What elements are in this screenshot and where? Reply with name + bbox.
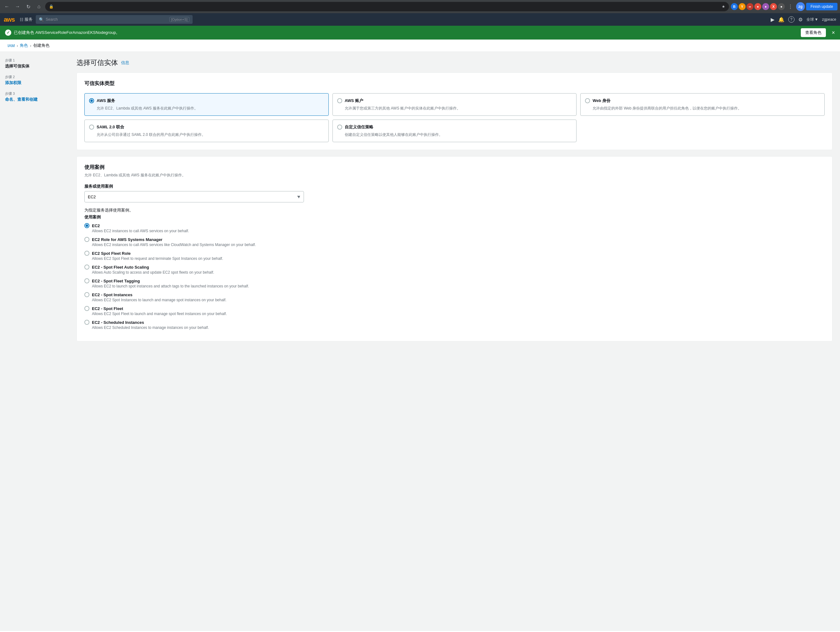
use-case-spot-instances-label: EC2 - Spot Instances: [92, 292, 133, 297]
entity-option-saml[interactable]: SAML 2.0 联合 允许从公司目录通过 SAML 2.0 联合的用户在此账户…: [84, 120, 329, 142]
step-3-label: 步骤 3: [5, 91, 64, 96]
radio-scheduled[interactable]: [84, 320, 89, 325]
use-case-spot-fleet-label: EC2 Spot Fleet Role: [92, 251, 131, 256]
radio-aws-account[interactable]: [337, 98, 342, 103]
step-3-name[interactable]: 命名、查看和创建: [5, 97, 38, 102]
avatar-icon[interactable]: zg: [796, 2, 805, 11]
entity-option-saml-desc: 允许从公司目录通过 SAML 2.0 联合的用户在此账户中执行操作。: [89, 132, 324, 137]
use-case-ec2-desc: Allows EC2 instances to call AWS service…: [84, 229, 825, 233]
radio-spot-fleet2[interactable]: [84, 306, 89, 311]
breadcrumb: IAM › 角色 › 创建角色: [0, 40, 840, 52]
main-container: 步骤 1 选择可信实体 步骤 2 添加权限 步骤 3 命名、查看和创建 选择可信…: [0, 52, 840, 630]
settings-icon[interactable]: ⚙: [798, 17, 803, 22]
check-icon: ✓: [5, 30, 11, 36]
use-case-item-spot-fleet-tag-header: EC2 - Spot Fleet Tagging: [84, 278, 825, 283]
radio-spot-instances[interactable]: [84, 292, 89, 297]
ext-icon-5[interactable]: ●: [762, 3, 769, 10]
ext-icon-7[interactable]: ●: [778, 3, 785, 10]
forward-button[interactable]: →: [13, 2, 22, 11]
browser-chrome: ← → ↻ ⌂ 🔒 us-east-1.console.aws.amazon.c…: [0, 0, 840, 13]
radio-web-identity[interactable]: [585, 98, 590, 103]
search-input[interactable]: [46, 17, 167, 22]
breadcrumb-iam[interactable]: IAM: [8, 43, 15, 48]
use-case-item-scheduled[interactable]: EC2 - Scheduled Instances Allows EC2 Sch…: [84, 320, 825, 330]
entity-option-aws-service[interactable]: AWS 服务 允许 EC2、Lambda 或其他 AWS 服务在此账户中执行操作…: [84, 93, 329, 116]
entity-row-1: AWS 服务 允许 EC2、Lambda 或其他 AWS 服务在此账户中执行操作…: [84, 93, 825, 116]
help-icon[interactable]: ?: [788, 16, 794, 22]
menu-button[interactable]: ⋮: [786, 2, 795, 11]
breadcrumb-roles[interactable]: 角色: [20, 43, 28, 48]
back-button[interactable]: ←: [3, 2, 11, 11]
use-case-item-spot-fleet-tag[interactable]: EC2 - Spot Fleet Tagging Allows EC2 to l…: [84, 278, 825, 288]
region-select[interactable]: 全球 ▼: [807, 17, 818, 22]
use-case-item-scheduled-header: EC2 - Scheduled Instances: [84, 320, 825, 325]
radio-spot-fleet[interactable]: [84, 251, 89, 256]
radio-saml[interactable]: [89, 125, 94, 130]
extension-icons: B Y ∞ ● ● X ●: [731, 3, 785, 10]
step-1-name: 选择可信实体: [5, 63, 64, 69]
services-button[interactable]: ☷ 服务: [20, 17, 33, 22]
lock-icon: 🔒: [49, 5, 54, 9]
use-case-item-spot-fleet-as-header: EC2 - Spot Fleet Auto Scaling: [84, 265, 825, 270]
username[interactable]: zgpeace: [822, 17, 836, 22]
entity-option-web-identity-desc: 允许由指定的外部 Web 身份提供商联合的用户担任此角色，以便在您的账户中执行操…: [585, 106, 820, 111]
apps-icon: ☷: [20, 17, 24, 22]
use-case-scheduled-label: EC2 - Scheduled Instances: [92, 320, 144, 325]
trusted-entity-card: 可信实体类型 AWS 服务 允许 EC2、Lambda 或其他 AWS 服务在此…: [77, 73, 832, 150]
step-2-name[interactable]: 添加权限: [5, 81, 21, 85]
entity-option-aws-account[interactable]: AWS 账户 允许属于您或第三方的其他 AWS 账户中的实体在此账户中执行操作。: [333, 93, 577, 116]
page-title-row: 选择可信实体 信息: [77, 58, 832, 68]
service-dropdown[interactable]: EC2: [84, 191, 304, 202]
use-case-spot-fleet-as-desc: Allows Auto Scaling to access and update…: [84, 270, 825, 275]
reload-button[interactable]: ↻: [24, 2, 33, 11]
use-case-ec2-label: EC2: [92, 223, 100, 228]
search-bar[interactable]: 🔍 [Option+S]: [36, 15, 193, 24]
topnav-right: ▶ 🔔 ? ⚙ 全球 ▼ zgpeace: [771, 16, 836, 22]
radio-aws-service[interactable]: [89, 98, 94, 103]
use-case-item-ec2[interactable]: EC2 Allows EC2 instances to call AWS ser…: [84, 223, 825, 233]
breadcrumb-sep-2: ›: [30, 43, 31, 48]
entity-option-custom-trust-desc: 创建自定义信任策略以使其他人能够在此账户中执行操作。: [337, 132, 572, 137]
radio-spot-fleet-tag[interactable]: [84, 278, 89, 283]
address-bar[interactable]: 🔒 us-east-1.console.aws.amazon.com/iam/h…: [45, 2, 729, 11]
use-case-item-spot-fleet2[interactable]: EC2 - Spot Fleet Allows EC2 Spot Fleet t…: [84, 306, 825, 316]
radio-ec2-sm[interactable]: [84, 237, 89, 242]
entity-option-aws-service-label: AWS 服务: [96, 98, 115, 104]
use-case-ec2-sm-label: EC2 Role for AWS Systems Manager: [92, 237, 163, 242]
bell-icon[interactable]: 🔔: [778, 17, 785, 22]
entity-option-custom-trust[interactable]: 自定义信任策略 创建自定义信任策略以使其他人能够在此账户中执行操作。: [333, 120, 577, 142]
ext-icon-4[interactable]: ●: [755, 3, 761, 10]
ext-icon-3[interactable]: ∞: [747, 3, 753, 10]
use-case-item-ec2-sm-header: EC2 Role for AWS Systems Manager: [84, 237, 825, 242]
radio-spot-fleet-as[interactable]: [84, 265, 89, 270]
use-case-item-spot-fleet[interactable]: EC2 Spot Fleet Role Allows EC2 Spot Flee…: [84, 251, 825, 261]
use-case-spot-fleet2-label: EC2 - Spot Fleet: [92, 306, 123, 311]
sidebar: 步骤 1 选择可信实体 步骤 2 添加权限 步骤 3 命名、查看和创建: [0, 52, 69, 630]
ext-icon-2[interactable]: Y: [739, 3, 745, 10]
service-or-use-case-label: 服务或使用案例: [84, 183, 825, 189]
ext-icon-1[interactable]: B: [731, 3, 738, 10]
entity-option-aws-service-desc: 允许 EC2、Lambda 或其他 AWS 服务在此账户中执行操作。: [89, 106, 324, 111]
radio-custom-trust[interactable]: [337, 125, 342, 130]
info-link[interactable]: 信息: [121, 60, 129, 66]
region-arrow-icon: ▼: [815, 17, 818, 22]
entity-option-web-identity[interactable]: Web 身份 允许由指定的外部 Web 身份提供商联合的用户担任此角色，以便在您…: [580, 93, 825, 116]
terminal-icon[interactable]: ▶: [771, 17, 774, 22]
use-case-spot-fleet-as-label: EC2 - Spot Fleet Auto Scaling: [92, 265, 149, 270]
use-case-item-ec2-sm[interactable]: EC2 Role for AWS Systems Manager Allows …: [84, 237, 825, 247]
use-case-item-spot-fleet-as[interactable]: EC2 - Spot Fleet Auto Scaling Allows Aut…: [84, 265, 825, 275]
use-case-item-spot-instances[interactable]: EC2 - Spot Instances Allows EC2 Spot Ins…: [84, 292, 825, 302]
entity-option-saml-header: SAML 2.0 联合: [89, 124, 324, 130]
search-icon: 🔍: [39, 17, 44, 22]
step-2-item: 步骤 2 添加权限: [5, 75, 64, 86]
url-input[interactable]: us-east-1.console.aws.amazon.com/iam/hom…: [56, 5, 719, 9]
radio-ec2[interactable]: [84, 223, 89, 228]
use-case-item-ec2-header: EC2: [84, 223, 825, 228]
home-button[interactable]: ⌂: [35, 2, 43, 11]
finish-update-button[interactable]: Finish update: [806, 3, 837, 10]
ext-icon-6[interactable]: X: [770, 3, 777, 10]
bookmark-icon[interactable]: ★: [722, 5, 725, 9]
view-role-button[interactable]: 查看角色: [801, 28, 826, 37]
content-area: 选择可信实体 信息 可信实体类型 AWS 服务 允许 EC2、Lambda 或其…: [69, 52, 840, 630]
banner-close-button[interactable]: ×: [832, 30, 835, 36]
